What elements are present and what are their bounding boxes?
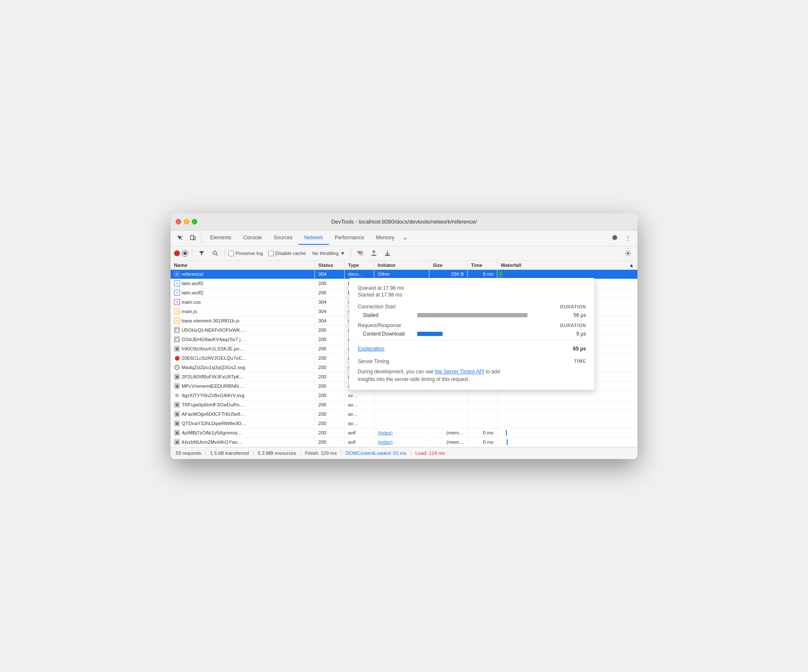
td-name: MadqZslZpo1sj3qQ3GsZ.svg <box>171 363 315 372</box>
network-toolbar: Preserve log Disable cache No throttling… <box>171 246 637 261</box>
duration-header-1: DURATION <box>560 304 586 309</box>
table-row[interactable]: ▣ TRFujw0pi0nHF3GwDuRn… 200 av… <box>171 400 637 410</box>
tab-console[interactable]: Console <box>237 231 268 245</box>
queued-at-text: Queued at 17.98 ms <box>358 285 586 291</box>
td-name: ≡ reference/ <box>171 270 315 279</box>
tab-memory[interactable]: Memory <box>370 231 400 245</box>
filter-icon[interactable] <box>196 247 208 259</box>
td-name: ▣ 4pIMBj7zOAk1y5Agmmoj… <box>171 428 315 437</box>
search-icon[interactable] <box>209 247 221 259</box>
disable-cache-label[interactable]: Disable cache <box>268 251 306 256</box>
td-name: ▣ QTDnaY32hLDipeRW8e3O… <box>171 419 315 428</box>
traffic-lights <box>176 219 197 224</box>
record-button[interactable] <box>174 250 180 256</box>
svg-rect-5 <box>371 255 376 256</box>
toolbar-separator <box>201 234 202 242</box>
svg-line-3 <box>216 254 218 256</box>
td-status: 200 <box>315 344 345 353</box>
table-row[interactable]: ▣ 4pIMBj7zOAk1y5Agmmoj… 200 avif (index)… <box>171 428 637 438</box>
img-icon: ▣ <box>174 327 180 333</box>
started-at-text: Started at 17.98 ms <box>358 292 586 298</box>
th-status: Status <box>315 261 345 269</box>
preserve-log-label[interactable]: Preserve log <box>228 251 263 256</box>
gear-icon: ⚙ <box>174 392 180 398</box>
wifi-icon[interactable] <box>354 247 366 259</box>
td-name: ▣ AFacMOgv6D0CFTr6U5e8… <box>171 410 315 419</box>
table-row[interactable]: ▣ AFacMOgv6D0CFTr6U5e8… 200 av… <box>171 410 637 419</box>
svg-icon <box>174 364 180 370</box>
load-time: Load: 124 ms <box>411 451 449 456</box>
js-icon: JS <box>174 308 180 314</box>
td-status: 200 <box>315 354 345 363</box>
inspect-icon[interactable] <box>174 232 186 244</box>
transferred-size: 1.5 kB transferred <box>206 451 253 456</box>
tab-elements[interactable]: Elements <box>204 231 237 245</box>
minimize-button[interactable] <box>184 219 189 224</box>
server-timing-header: Server Timing TIME <box>358 358 586 364</box>
content-download-value: 9 μs <box>576 331 586 337</box>
upload-icon[interactable] <box>368 247 380 259</box>
js-icon: JS <box>174 318 180 324</box>
table-row[interactable]: ▣ lHvzbNUlrm2Mvd4H1Ywc… 200 avif (index)… <box>171 438 637 447</box>
td-status: 200 <box>315 335 345 344</box>
svg-rect-1 <box>194 237 195 240</box>
more-options-icon[interactable]: ⋮ <box>622 232 634 244</box>
stalled-bar-wrap <box>417 312 568 318</box>
td-initiator: Other <box>374 270 429 279</box>
img-icon: ▣ <box>174 420 180 426</box>
network-settings-icon[interactable] <box>622 247 634 259</box>
toolbar-right: ⋮ <box>609 232 634 244</box>
doc-icon: ≡ <box>174 271 180 277</box>
preserve-log-checkbox[interactable] <box>228 251 234 256</box>
td-name: T latin.woff2 <box>171 288 315 297</box>
img-icon: ▣ <box>174 439 180 445</box>
more-tabs-icon[interactable]: » <box>400 232 410 244</box>
tab-performance[interactable]: Performance <box>329 231 370 245</box>
throttle-dropdown-icon: ▼ <box>340 251 345 256</box>
th-type: Type <box>345 261 374 269</box>
th-size: Size <box>429 261 468 269</box>
tab-sources[interactable]: Sources <box>268 231 298 245</box>
device-toggle-icon[interactable] <box>187 232 199 244</box>
network-content: Name Status Type Initiator Size Time Wat… <box>171 261 637 447</box>
table-row[interactable]: ▣ QTDnaY32hLDipeRW8e3O… 200 av… <box>171 419 637 428</box>
close-button[interactable] <box>176 219 181 224</box>
maximize-button[interactable] <box>192 219 197 224</box>
td-status: 304 <box>315 316 345 325</box>
server-timing-api-link[interactable]: the Server Timing API <box>435 369 484 375</box>
time-label: TIME <box>574 358 586 364</box>
img-icon: ▣ <box>174 411 180 417</box>
toolbar-sep-2 <box>192 249 192 258</box>
img-red-icon <box>174 355 180 361</box>
table-header: Name Status Type Initiator Size Time Wat… <box>171 261 637 270</box>
stalled-value: 56 μs <box>573 312 586 318</box>
settings-icon[interactable] <box>609 232 620 244</box>
window-title: DevTools - localhost:8080/docs/devtools/… <box>331 218 477 225</box>
resources-size: 5.3 MB resources <box>254 451 301 456</box>
content-download-row: Content Download 9 μs <box>358 331 586 337</box>
svg-rect-0 <box>191 235 194 240</box>
td-name: T latin.woff2 <box>171 279 315 288</box>
svg-point-9 <box>177 367 177 368</box>
disable-cache-checkbox[interactable] <box>268 251 274 256</box>
server-timing-label: Server Timing <box>358 358 389 364</box>
total-value: 65 μs <box>573 346 586 352</box>
td-name: JS main.js <box>171 307 315 316</box>
explanation-link[interactable]: Explanation <box>358 346 384 352</box>
server-timing-description: During development, you can use the Serv… <box>358 368 586 383</box>
td-name: ▣ 2P2L80XfBoFWJFxU9TpK… <box>171 372 315 381</box>
th-name: Name <box>171 261 315 269</box>
clear-button[interactable] <box>182 250 188 257</box>
table-row[interactable]: ⚙ 9gzXiTYY0nZzBxGI6KrV.svg 200 sv… <box>171 391 637 400</box>
download-icon[interactable] <box>382 247 393 259</box>
throttle-select[interactable]: No throttling ▼ <box>310 249 347 257</box>
main-tabs: Elements Console Sources Network Perform… <box>204 231 608 245</box>
timing-popup: Queued at 17.98 ms Started at 17.98 ms C… <box>349 278 595 390</box>
tab-network[interactable]: Network <box>298 231 329 245</box>
td-name: ⚙ 9gzXiTYY0nZzBxGI6KrV.svg <box>171 391 315 400</box>
svg-rect-6 <box>385 255 390 256</box>
td-status: 200 <box>315 288 345 297</box>
toolbar-sep-4 <box>351 249 351 258</box>
td-name: ▣ U5OHzQL4tEKFr6OFlxWK…. <box>171 326 315 335</box>
th-initiator: Initiator <box>374 261 429 269</box>
